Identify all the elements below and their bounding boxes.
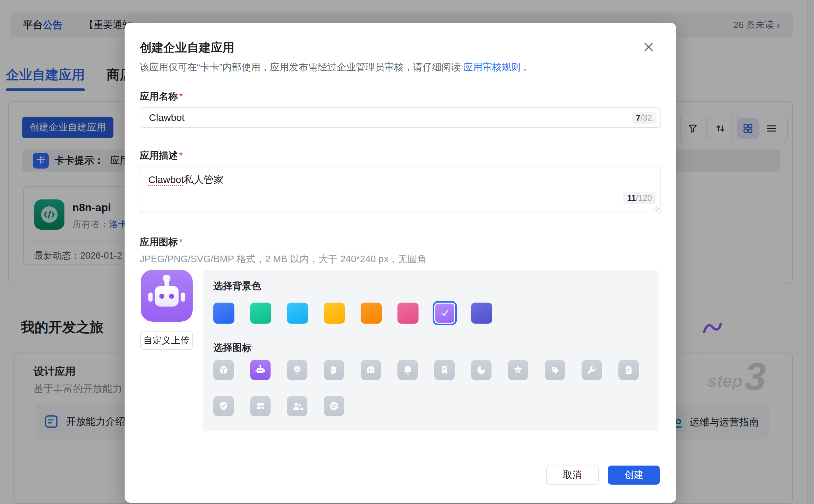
icon-picker-panel: 选择背景色 选择图标 [203,270,659,431]
icon-picker-label: 选择图标 [213,341,251,355]
desc-char-counter: 11/120 [623,192,656,204]
code-icon-tile[interactable] [324,396,344,416]
briefcase-icon [364,363,377,377]
tag-icon-tile[interactable] [545,360,565,380]
shield-check-icon [217,400,230,413]
required-asterisk: * [179,150,183,161]
name-input-wrap: 7/32 [140,107,661,128]
dialog-title: 创建企业自建应用 [140,40,234,56]
code-icon [327,400,340,413]
document-icon [622,363,635,377]
bgcolor-blue-swatch[interactable] [213,303,234,324]
bulb-icon [291,363,304,377]
name-field-label: 应用名称* [140,90,183,103]
dialog-subtitle: 该应用仅可在“卡卡”内部使用，应用发布需经过企业管理员审核，请仔细阅读 应用审核… [140,61,533,74]
bgcolor-orange-swatch[interactable] [360,303,382,324]
bgcolor-cyan-swatch[interactable] [287,303,308,324]
screen: 平台公告 【重要通知 26 条未读 › 企业自建应用 商店 创建企业自建应用 [0,0,814,504]
users-icon-tile[interactable] [287,396,307,416]
bookmark-check-icon-tile[interactable] [434,360,455,380]
close-button[interactable] [641,40,656,54]
robot-icon [254,363,267,377]
briefcase-icon-tile[interactable] [360,360,381,380]
icon-field-label: 应用图标* [140,236,183,249]
app-desc-textarea[interactable]: Clawbot私人管家 11/120 [140,167,661,213]
cancel-button[interactable]: 取消 [546,466,599,485]
required-asterisk: * [179,237,183,247]
bookmark-check-icon [438,363,451,377]
door-icon-tile[interactable] [324,360,344,380]
cube-icon-tile[interactable] [213,360,234,380]
bgcolor-green-swatch[interactable] [250,303,271,324]
name-char-counter: 7/32 [632,112,656,124]
bell-icon-tile[interactable] [397,360,418,380]
required-asterisk: * [179,91,183,102]
bg-color-swatches [213,303,492,324]
wrench-icon-tile[interactable] [582,360,602,380]
check-icon [440,308,450,318]
bgcolor-pink-swatch[interactable] [397,303,419,324]
bgcolor-purple-swatch[interactable] [434,303,455,324]
document-icon-tile[interactable] [618,360,639,380]
dialog-footer: 取消 创建 [546,466,660,485]
app-icon-preview [141,270,193,322]
robot-icon [141,270,193,322]
review-rules-link[interactable]: 应用审核规则 [463,62,521,72]
wrench-icon [585,363,598,377]
app-name-input[interactable] [148,112,632,124]
layout-icon-tile[interactable] [250,396,270,416]
bulb-icon-tile[interactable] [287,360,307,380]
star-icon [512,363,525,377]
create-button[interactable]: 创建 [608,466,660,485]
users-icon [291,400,304,413]
shield-check-icon-tile[interactable] [213,396,234,416]
bell-icon [401,363,414,377]
door-icon [327,363,340,377]
bg-color-label: 选择背景色 [213,280,261,293]
close-icon [642,40,655,54]
star-icon-tile[interactable] [508,360,528,380]
cube-icon [217,363,230,377]
resize-handle[interactable] [654,206,659,211]
pie-icon [475,363,488,377]
icon-grid [213,360,651,416]
icon-format-hint: JPEG/PNG/SVG/BMP 格式，2 MB 以内，大于 240*240 p… [140,253,427,266]
create-app-dialog: 创建企业自建应用 该应用仅可在“卡卡”内部使用，应用发布需经过企业管理员审核，请… [125,23,676,503]
desc-field-label: 应用描述* [140,149,183,162]
pie-icon-tile[interactable] [471,360,492,380]
bgcolor-yellow-swatch[interactable] [324,303,345,324]
bgcolor-indigo-swatch[interactable] [471,303,492,324]
robot-icon-tile[interactable] [250,360,270,380]
tag-icon [548,363,562,377]
layout-icon [254,400,267,413]
custom-upload-button[interactable]: 自定义上传 [140,331,193,350]
